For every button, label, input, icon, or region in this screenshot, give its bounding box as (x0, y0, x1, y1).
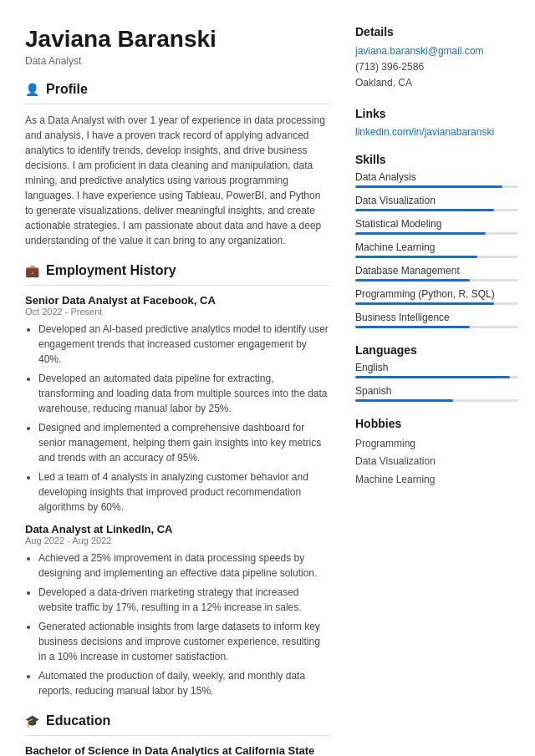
skill-bar-fill (355, 302, 494, 305)
job-bullets-1: Developed an AI-based predictive analyti… (25, 322, 330, 515)
links-section-title: Links (355, 107, 518, 120)
profile-icon: 👤 (25, 83, 39, 96)
location-text: Oakland, CA (355, 77, 412, 89)
bullet-item: Developed a data-driven marketing strate… (38, 585, 330, 615)
linkedin-link[interactable]: linkedin.com/in/javianabaranski (355, 126, 494, 138)
skill-item: Programming (Python, R, SQL) (355, 288, 518, 305)
skill-bar-bg (355, 232, 518, 235)
bullet-item: Achieved a 25% improvement in data proce… (38, 551, 330, 581)
candidate-title: Data Analyst (25, 55, 330, 67)
skill-bar-bg (355, 256, 518, 258)
skill-item: Business Intelligence (355, 312, 518, 328)
lang-bar-bg (355, 399, 518, 402)
bullet-item: Developed an automated data pipeline for… (38, 371, 330, 416)
hobby-item: Machine Learning (355, 471, 518, 490)
skill-name: Data Analysis (355, 171, 518, 183)
bullet-item: Automated the production of daily, weekl… (38, 668, 330, 698)
skill-bar-fill (355, 326, 470, 328)
job-dates-1: Oct 2022 - Present (25, 307, 330, 317)
languages-section-title: Languages (355, 343, 518, 357)
education-section: 🎓 Education Bachelor of Science in Data … (25, 713, 330, 756)
links-section: Links linkedin.com/in/javianabaranski (355, 107, 518, 138)
details-section: Details javiana.baranski@gmail.com (713)… (355, 25, 518, 92)
education-icon: 🎓 (25, 714, 39, 728)
employment-section-title: 💼 Employment History (25, 263, 330, 278)
details-content: javiana.baranski@gmail.com (713) 396-258… (355, 43, 518, 92)
job-title-1: Senior Data Analyst at Facebook, CA (25, 294, 330, 307)
lang-bar-fill (355, 376, 510, 378)
skill-list: Data Analysis Data Visualization Statist… (355, 171, 518, 328)
skills-section: Skills Data Analysis Data Visualization … (355, 153, 518, 328)
skill-item: Data Visualization (355, 195, 518, 211)
employment-icon: 💼 (25, 264, 39, 277)
skill-bar-fill (355, 209, 494, 211)
bullet-item: Led a team of 4 analysts in analyzing cu… (38, 469, 330, 515)
skill-bar-bg (355, 326, 518, 328)
education-section-title: 🎓 Education (25, 713, 330, 728)
lang-bar-fill (355, 399, 453, 402)
skill-name: Statistical Modeling (355, 218, 518, 230)
skills-section-title: Skills (355, 153, 518, 166)
lang-item: English (355, 362, 518, 378)
lang-bar-bg (355, 376, 518, 378)
job-dates-2: Aug 2022 - Aug 2022 (25, 535, 330, 545)
skill-name: Data Visualization (355, 195, 518, 206)
skill-name: Machine Learning (355, 241, 518, 253)
details-section-title: Details (355, 25, 518, 38)
skill-bar-bg (355, 302, 518, 305)
resume-header: Javiana Baranski Data Analyst (25, 25, 330, 67)
skill-name: Programming (Python, R, SQL) (355, 288, 518, 300)
skill-bar-bg (355, 279, 518, 282)
lang-item: Spanish (355, 385, 518, 402)
lang-name: Spanish (355, 385, 518, 397)
hobby-item: Data Visualization (355, 453, 518, 471)
skill-bar-fill (355, 185, 502, 188)
skill-bar-bg (355, 209, 518, 211)
bullet-item: Designed and implemented a comprehensive… (38, 420, 330, 465)
lang-name: English (355, 362, 518, 373)
skill-bar-bg (355, 185, 518, 188)
job-item: Senior Data Analyst at Facebook, CA Oct … (25, 294, 330, 515)
phone-number: (713) 396-2586 (355, 61, 424, 73)
skill-bar-fill (355, 256, 477, 258)
candidate-name: Javiana Baranski (25, 25, 330, 53)
hobby-item: Programming (355, 435, 518, 454)
languages-section: Languages English Spanish (355, 343, 518, 402)
skill-name: Database Management (355, 265, 518, 277)
bullet-item: Generated actionable insights from large… (38, 619, 330, 664)
bullet-item: Developed an AI-based predictive analyti… (38, 322, 330, 367)
skill-name: Business Intelligence (355, 312, 518, 323)
job-title-2: Data Analyst at LinkedIn, CA (25, 523, 330, 535)
language-list: English Spanish (355, 362, 518, 402)
hobbies-list: Programming Data Visualization Machine L… (355, 435, 518, 490)
skill-item: Machine Learning (355, 241, 518, 258)
hobbies-section: Hobbies Programming Data Visualization M… (355, 417, 518, 490)
profile-section-title: 👤 Profile (25, 82, 330, 97)
skill-bar-fill (355, 232, 486, 235)
job-item: Data Analyst at LinkedIn, CA Aug 2022 - … (25, 523, 330, 698)
email-link[interactable]: javiana.baranski@gmail.com (355, 45, 484, 57)
profile-text: As a Data Analyst with over 1 year of ex… (25, 113, 330, 248)
employment-section: 💼 Employment History Senior Data Analyst… (25, 263, 330, 698)
skill-item: Database Management (355, 265, 518, 282)
skill-bar-fill (355, 279, 470, 282)
hobbies-section-title: Hobbies (355, 417, 518, 430)
job-bullets-2: Achieved a 25% improvement in data proce… (25, 551, 330, 698)
education-degree: Bachelor of Science in Data Analytics at… (25, 744, 330, 756)
skill-item: Data Analysis (355, 171, 518, 188)
profile-section: 👤 Profile As a Data Analyst with over 1 … (25, 82, 330, 248)
skill-item: Statistical Modeling (355, 218, 518, 235)
